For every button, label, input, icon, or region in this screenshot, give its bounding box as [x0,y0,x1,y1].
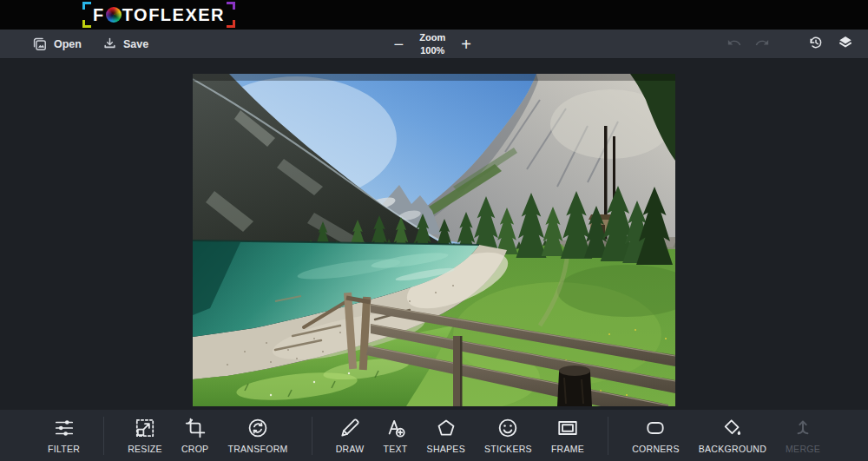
tool-label: CROP [181,444,209,454]
logo-letter-f: F [93,6,105,23]
app-logo: F TOFLEXER [82,2,235,28]
open-button[interactable]: Open [31,36,82,52]
tool-label: DRAW [336,444,365,454]
top-bar: F TOFLEXER [0,0,868,30]
tool-label: CORNERS [632,444,680,454]
tool-crop[interactable]: CROP [172,417,219,454]
tool-draw[interactable]: DRAW [326,417,374,454]
text-add-icon [385,417,407,439]
tool-label: FRAME [551,444,584,454]
history-clock-icon [807,34,825,54]
save-button[interactable]: Save [102,36,148,51]
tool-label: BACKGROUND [699,444,766,454]
background-fill-icon [721,417,744,439]
redo-icon [754,35,771,54]
file-actions: Open Save [0,36,148,52]
logo-bracket-top-right-icon [227,2,235,10]
color-wheel-o-icon [106,7,122,23]
tool-merge[interactable]: MERGE [776,417,830,454]
resize-icon [134,417,156,439]
tool-label: MERGE [786,444,820,454]
tool-label: RESIZE [128,444,162,454]
tool-resize[interactable]: RESIZE [118,417,172,454]
open-label: Open [54,38,82,50]
tool-label: TEXT [384,444,408,454]
zoom-indicator: Zoom 100% [419,31,445,56]
tool-filter[interactable]: FILTER [38,417,89,454]
canvas-image[interactable] [193,74,675,406]
history-button[interactable] [807,34,825,54]
draw-pencil-icon [339,417,361,439]
tool-label: TRANSFORM [227,444,287,454]
tool-background[interactable]: BACKGROUND [689,417,776,454]
tool-label: FILTER [48,444,80,454]
corners-rounded-rect-icon [644,417,667,439]
merge-icon [792,417,814,439]
tool-transform[interactable]: TRANSFORM [218,417,297,454]
zoom-label: Zoom [419,31,445,43]
crop-icon [184,417,207,439]
tool-corners[interactable]: CORNERS [622,417,689,454]
zoom-control: − Zoom 100% + [394,31,471,56]
tool-shapes[interactable]: SHAPES [418,417,475,454]
editor-canvas [0,59,868,410]
zoom-in-button[interactable]: + [461,36,471,53]
logo-letters-rest: TOFLEXER [122,6,225,23]
logo-bracket-bottom-right-icon [227,20,235,28]
tool-label: STICKERS [484,444,532,454]
zoom-value: 100% [419,44,445,56]
history-actions [726,34,868,54]
stickers-smiley-icon [496,417,519,439]
layers-button[interactable] [837,34,854,54]
bottom-toolbar: FILTER RESIZE CROP [0,410,868,461]
logo-bracket-bottom-left-icon [82,20,91,28]
tool-frame[interactable]: FRAME [542,417,594,454]
open-image-icon [31,36,48,52]
toolbar-divider [608,417,608,455]
tool-stickers[interactable]: STICKERS [475,417,542,454]
zoom-out-button[interactable]: − [394,36,404,53]
toolbar-divider [312,417,312,455]
tool-label: SHAPES [427,444,465,454]
undo-icon [726,35,742,54]
logo-bracket-top-left-icon [82,2,91,10]
undo-button[interactable] [726,35,742,54]
save-label: Save [123,38,148,50]
toolbar-divider [103,417,104,455]
logo-text: F TOFLEXER [93,6,225,23]
redo-button[interactable] [754,35,771,54]
tool-text[interactable]: TEXT [374,417,418,454]
shapes-pentagon-icon [435,417,457,439]
menu-toolbar: Open Save − Zoom 100% + [0,30,868,59]
filter-sliders-icon [53,417,76,439]
transform-rotate-icon [247,417,269,439]
layers-icon [837,34,854,54]
save-download-icon [102,36,117,51]
frame-icon [556,417,579,439]
